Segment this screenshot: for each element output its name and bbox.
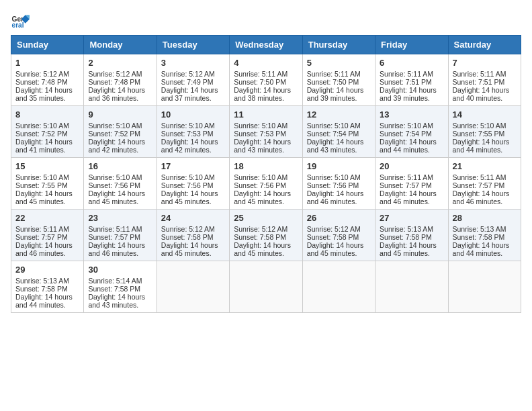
- sunrise-label: Sunrise: 5:13 AM: [15, 277, 69, 285]
- sunset-label: Sunset: 7:51 PM: [380, 78, 432, 86]
- sunset-label: Sunset: 7:57 PM: [15, 233, 68, 241]
- sunrise-label: Sunrise: 5:11 AM: [15, 225, 69, 233]
- sunrise-label: Sunrise: 5:10 AM: [161, 173, 215, 181]
- calendar-cell: 30 Sunrise: 5:14 AM Sunset: 7:58 PM Dayl…: [84, 261, 157, 313]
- day-number: 11: [234, 109, 298, 120]
- day-number: 8: [15, 109, 79, 120]
- sunset-label: Sunset: 7:48 PM: [88, 78, 140, 86]
- day-number: 5: [307, 58, 371, 68]
- calendar-cell: [448, 261, 521, 313]
- daylight-label: Daylight: 14 hours and 46 minutes.: [380, 189, 437, 205]
- calendar-table: SundayMondayTuesdayWednesdayThursdayFrid…: [11, 35, 521, 313]
- sunrise-label: Sunrise: 5:13 AM: [453, 225, 506, 233]
- sunset-label: Sunset: 7:49 PM: [161, 78, 214, 86]
- calendar-cell: 25 Sunrise: 5:12 AM Sunset: 7:58 PM Dayl…: [230, 210, 302, 261]
- calendar-cell: 7 Sunrise: 5:11 AM Sunset: 7:51 PM Dayli…: [448, 54, 521, 106]
- sunrise-label: Sunrise: 5:10 AM: [307, 173, 361, 181]
- sunrise-label: Sunrise: 5:10 AM: [88, 122, 142, 130]
- sunset-label: Sunset: 7:56 PM: [234, 181, 286, 189]
- sunrise-label: Sunrise: 5:12 AM: [88, 70, 142, 78]
- calendar-cell: [157, 261, 229, 313]
- calendar-cell: 28 Sunrise: 5:13 AM Sunset: 7:58 PM Dayl…: [448, 210, 521, 261]
- daylight-label: Daylight: 14 hours and 44 minutes.: [380, 138, 437, 154]
- day-number: 18: [234, 161, 298, 171]
- header-day-wednesday: Wednesday: [230, 36, 302, 54]
- sunset-label: Sunset: 7:58 PM: [88, 285, 140, 293]
- sunrise-label: Sunrise: 5:11 AM: [380, 70, 433, 78]
- daylight-label: Daylight: 14 hours and 35 minutes.: [15, 86, 73, 102]
- sunrise-label: Sunrise: 5:11 AM: [88, 225, 142, 233]
- daylight-label: Daylight: 14 hours and 43 minutes.: [234, 138, 291, 154]
- daylight-label: Daylight: 14 hours and 46 minutes.: [88, 241, 145, 257]
- sunset-label: Sunset: 7:56 PM: [307, 181, 359, 189]
- sunset-label: Sunset: 7:58 PM: [161, 233, 214, 241]
- sunrise-label: Sunrise: 5:11 AM: [234, 70, 287, 78]
- calendar-cell: 15 Sunrise: 5:10 AM Sunset: 7:55 PM Dayl…: [11, 158, 84, 210]
- sunset-label: Sunset: 7:57 PM: [453, 181, 505, 189]
- day-number: 15: [15, 161, 79, 171]
- sunrise-label: Sunrise: 5:11 AM: [307, 70, 361, 78]
- sunrise-label: Sunrise: 5:12 AM: [307, 225, 361, 233]
- sunrise-label: Sunrise: 5:12 AM: [161, 70, 215, 78]
- day-number: 10: [161, 109, 225, 120]
- calendar-cell: 10 Sunrise: 5:10 AM Sunset: 7:53 PM Dayl…: [157, 106, 229, 158]
- sunset-label: Sunset: 7:57 PM: [380, 181, 432, 189]
- day-number: 2: [88, 58, 152, 68]
- sunset-label: Sunset: 7:50 PM: [307, 78, 359, 86]
- sunset-label: Sunset: 7:51 PM: [453, 78, 505, 86]
- sunset-label: Sunset: 7:52 PM: [88, 130, 140, 138]
- daylight-label: Daylight: 14 hours and 45 minutes.: [161, 241, 218, 257]
- sunset-label: Sunset: 7:58 PM: [453, 233, 505, 241]
- sunset-label: Sunset: 7:56 PM: [88, 181, 140, 189]
- day-number: 20: [380, 161, 443, 171]
- sunrise-label: Sunrise: 5:13 AM: [380, 225, 433, 233]
- sunrise-label: Sunrise: 5:14 AM: [88, 277, 142, 285]
- sunset-label: Sunset: 7:58 PM: [307, 233, 359, 241]
- sunrise-label: Sunrise: 5:10 AM: [15, 173, 69, 181]
- sunset-label: Sunset: 7:58 PM: [234, 233, 286, 241]
- day-number: 9: [88, 109, 152, 120]
- calendar-cell: 3 Sunrise: 5:12 AM Sunset: 7:49 PM Dayli…: [157, 54, 229, 106]
- sunset-label: Sunset: 7:55 PM: [15, 181, 68, 189]
- logo-icon: Gen eral: [11, 11, 30, 30]
- sunset-label: Sunset: 7:50 PM: [234, 78, 286, 86]
- svg-text:eral: eral: [12, 21, 24, 29]
- day-number: 25: [234, 213, 298, 223]
- sunrise-label: Sunrise: 5:11 AM: [453, 173, 506, 181]
- sunset-label: Sunset: 7:54 PM: [380, 130, 432, 138]
- header-day-thursday: Thursday: [302, 36, 375, 54]
- day-number: 27: [380, 213, 443, 223]
- sunset-label: Sunset: 7:53 PM: [161, 130, 214, 138]
- header-day-friday: Friday: [375, 36, 448, 54]
- sunset-label: Sunset: 7:57 PM: [88, 233, 140, 241]
- calendar-cell: 21 Sunrise: 5:11 AM Sunset: 7:57 PM Dayl…: [448, 158, 521, 210]
- calendar-header-row: SundayMondayTuesdayWednesdayThursdayFrid…: [11, 36, 521, 54]
- day-number: 4: [234, 58, 298, 68]
- daylight-label: Daylight: 14 hours and 45 minutes.: [380, 241, 437, 257]
- day-number: 21: [453, 161, 517, 171]
- day-number: 26: [307, 213, 371, 223]
- day-number: 14: [453, 109, 517, 120]
- daylight-label: Daylight: 14 hours and 45 minutes.: [88, 189, 145, 205]
- sunrise-label: Sunrise: 5:12 AM: [234, 225, 287, 233]
- calendar-cell: 6 Sunrise: 5:11 AM Sunset: 7:51 PM Dayli…: [375, 54, 448, 106]
- day-number: 19: [307, 161, 371, 171]
- calendar-week-row: 22 Sunrise: 5:11 AM Sunset: 7:57 PM Dayl…: [11, 210, 521, 261]
- sunrise-label: Sunrise: 5:10 AM: [234, 173, 287, 181]
- daylight-label: Daylight: 14 hours and 39 minutes.: [380, 86, 437, 102]
- daylight-label: Daylight: 14 hours and 36 minutes.: [88, 86, 145, 102]
- daylight-label: Daylight: 14 hours and 38 minutes.: [234, 86, 291, 102]
- daylight-label: Daylight: 14 hours and 43 minutes.: [307, 138, 364, 154]
- page-header: Gen eral: [11, 11, 521, 30]
- calendar-week-row: 1 Sunrise: 5:12 AM Sunset: 7:48 PM Dayli…: [11, 54, 521, 106]
- day-number: 30: [88, 265, 152, 275]
- calendar-cell: 14 Sunrise: 5:10 AM Sunset: 7:55 PM Dayl…: [448, 106, 521, 158]
- header-day-tuesday: Tuesday: [157, 36, 229, 54]
- daylight-label: Daylight: 14 hours and 37 minutes.: [161, 86, 218, 102]
- sunrise-label: Sunrise: 5:10 AM: [380, 122, 433, 130]
- daylight-label: Daylight: 14 hours and 45 minutes.: [234, 241, 291, 257]
- sunrise-label: Sunrise: 5:10 AM: [161, 122, 215, 130]
- header-day-monday: Monday: [84, 36, 157, 54]
- sunset-label: Sunset: 7:58 PM: [15, 285, 68, 293]
- day-number: 6: [380, 58, 443, 68]
